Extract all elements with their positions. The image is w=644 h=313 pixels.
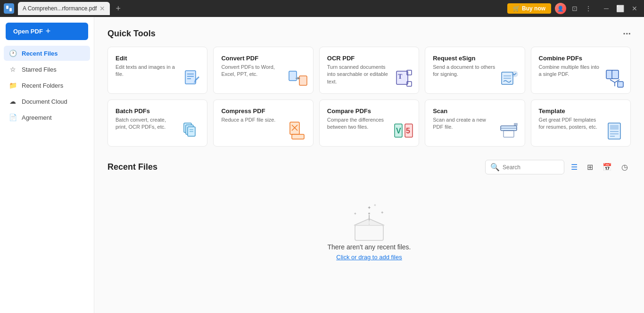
scan-icon	[499, 121, 520, 141]
click-or-drag-link[interactable]: Click or drag	[336, 254, 371, 261]
sidebar-item-agreement[interactable]: 📄 Agreement	[4, 110, 90, 125]
esign-title: Request eSign	[433, 55, 517, 62]
sidebar-item-document-cloud[interactable]: ☁ Document Cloud	[4, 94, 90, 109]
svg-rect-18	[612, 70, 619, 79]
sidebar-top: Open PDF +	[0, 23, 94, 46]
quick-tools-section: Quick Tools ···	[107, 28, 631, 39]
maximize-button[interactable]: ⬜	[613, 5, 627, 12]
compare-title: Compare PDFs	[327, 107, 411, 115]
sidebar-item-recent-folders[interactable]: 📁 Recent Folders	[4, 78, 90, 93]
svg-point-48	[368, 213, 370, 214]
tool-card-combine[interactable]: Combine PDFs Combine multiple files into…	[531, 47, 631, 94]
tool-card-compare[interactable]: Compare PDFs Compare the differences bet…	[319, 99, 419, 147]
compress-title: Compress PDF	[221, 107, 305, 115]
document-cloud-label: Document Cloud	[22, 98, 67, 105]
svg-rect-7	[299, 76, 307, 85]
agreement-label: Agreement	[22, 114, 52, 121]
recent-files-label: Recent Files	[22, 50, 58, 57]
open-pdf-label: Open PDF	[13, 28, 43, 35]
template-desc: Get great PDF templates for resumes, pos…	[539, 116, 602, 131]
esign-desc: Send a document to others for signing.	[433, 64, 496, 78]
batch-title: Batch PDFs	[116, 107, 199, 115]
svg-text:V: V	[396, 127, 401, 135]
cloud-icon: ☁	[8, 98, 17, 105]
tool-card-ocr[interactable]: OCR PDF Turn scanned documents into sear…	[319, 47, 419, 94]
tool-card-compress[interactable]: Compress PDF Reduce a PDF file size.	[213, 99, 313, 147]
buy-now-button[interactable]: 🛒 Buy now	[507, 3, 551, 14]
svg-rect-1	[9, 8, 12, 11]
compress-icon	[288, 121, 308, 141]
svg-rect-35	[514, 123, 518, 126]
tools-grid: Edit Edit texts and images in a file. Co…	[107, 47, 631, 147]
close-button[interactable]: ✕	[629, 5, 640, 12]
compress-desc: Reduce a PDF file size.	[221, 116, 284, 124]
ocr-icon: T	[393, 68, 414, 89]
combine-desc: Combine multiple files into a single PDF…	[539, 64, 602, 78]
sidebar-item-recent-files[interactable]: 🕐 Recent Files	[4, 46, 90, 61]
scan-desc: Scan and create a new PDF file.	[433, 116, 496, 131]
screen-icon[interactable]: ⊡	[570, 5, 579, 12]
template-icon	[605, 121, 626, 141]
list-view-button[interactable]: ☰	[568, 161, 580, 173]
open-pdf-button[interactable]: Open PDF +	[6, 23, 88, 40]
recent-controls: 🔍 ☰ ⊞ 📅 ◷	[485, 160, 631, 174]
active-tab[interactable]: A Comprehen...rformance.pdf ✕	[18, 2, 110, 15]
svg-text:✦: ✦	[373, 203, 377, 207]
titlebar: A Comprehen...rformance.pdf ✕ + 🛒 Buy no…	[0, 0, 644, 17]
svg-rect-33	[504, 131, 514, 137]
more-options-icon[interactable]: ⋮	[583, 5, 594, 12]
sidebar-item-starred-files[interactable]: ☆ Starred Files	[4, 62, 90, 77]
cart-icon: 🛒	[513, 5, 520, 12]
window-controls: ─ ⬜ ✕	[601, 5, 640, 12]
new-tab-button[interactable]: +	[114, 4, 123, 14]
minimize-button[interactable]: ─	[601, 5, 611, 12]
sidebar: Open PDF + 🕐 Recent Files ☆ Starred File…	[0, 17, 94, 313]
svg-text:✦: ✦	[354, 212, 357, 216]
search-input[interactable]	[503, 164, 559, 171]
ocr-desc: Turn scanned documents into searchable o…	[327, 64, 390, 85]
edit-icon	[182, 68, 202, 89]
tool-card-esign[interactable]: Request eSign Send a document to others …	[425, 47, 525, 94]
add-icon: +	[46, 26, 51, 36]
compare-desc: Compare the differences between two file…	[327, 116, 390, 131]
svg-rect-6	[289, 71, 297, 81]
calendar-view-button[interactable]: 📅	[600, 161, 615, 173]
recent-files-header: Recent Files 🔍 ☰ ⊞ 📅 ◷	[107, 160, 631, 174]
more-icon[interactable]: ···	[623, 28, 631, 39]
svg-rect-37	[610, 125, 619, 130]
svg-text:T: T	[398, 73, 403, 80]
avatar[interactable]: 👤	[555, 3, 566, 14]
app-logo	[4, 3, 14, 14]
star-icon: ☆	[8, 66, 17, 73]
search-box[interactable]: 🔍	[485, 160, 564, 174]
svg-rect-2	[185, 71, 196, 84]
svg-text:✦: ✦	[367, 205, 371, 210]
empty-cta: Click or drag to add files	[336, 254, 402, 261]
grid-view-button[interactable]: ⊞	[584, 161, 596, 173]
svg-text:✦: ✦	[380, 210, 384, 215]
svg-text:5: 5	[406, 127, 410, 135]
compare-icon: V 5	[393, 121, 414, 141]
esign-icon	[499, 68, 520, 89]
convert-icon	[288, 68, 308, 89]
edit-desc: Edit texts and images in a file.	[116, 64, 179, 78]
tool-card-template[interactable]: Template Get great PDF templates for res…	[531, 99, 631, 147]
clock-icon: 🕐	[8, 49, 17, 57]
recent-files-title: Recent Files	[107, 162, 157, 172]
svg-rect-45	[355, 225, 383, 240]
batch-icon	[182, 121, 202, 141]
template-title: Template	[539, 107, 623, 115]
tool-card-scan[interactable]: Scan Scan and create a new PDF file.	[425, 99, 525, 147]
filter-button[interactable]: ◷	[619, 161, 631, 173]
tool-card-batch[interactable]: Batch PDFs Batch convert, create, print,…	[107, 99, 207, 147]
svg-rect-20	[618, 82, 623, 87]
sidebar-nav: 🕐 Recent Files ☆ Starred Files 📁 Recent …	[0, 46, 94, 125]
app-body: Open PDF + 🕐 Recent Files ☆ Starred File…	[0, 17, 644, 313]
tab-close-icon[interactable]: ✕	[99, 5, 105, 12]
empty-state: ✦ ✦ ✦ ✦ There aren't any recent files. C…	[107, 182, 631, 270]
folder-icon: 📁	[8, 82, 17, 89]
batch-desc: Batch convert, create, print, OCR PDFs, …	[116, 116, 179, 131]
tool-card-convert[interactable]: Convert PDF Convert PDFs to Word, Excel,…	[213, 47, 313, 94]
tool-card-edit[interactable]: Edit Edit texts and images in a file.	[107, 47, 207, 94]
document-icon: 📄	[8, 114, 17, 121]
